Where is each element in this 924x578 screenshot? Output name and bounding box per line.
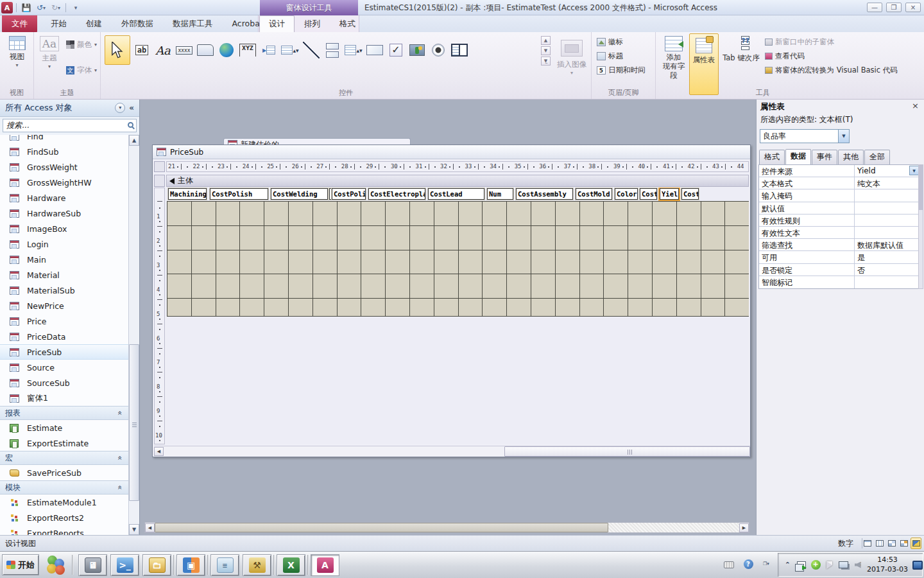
field-textbox-CostLead[interactable]: CostLead: [428, 188, 484, 200]
image-control[interactable]: [407, 35, 427, 65]
prop-row-筛选查找[interactable]: 筛选查找数据库默认值: [759, 239, 920, 251]
prop-value[interactable]: 纯文本: [855, 177, 920, 189]
close-button[interactable]: ×: [905, 3, 921, 12]
property-tab-事件[interactable]: 事件: [812, 150, 837, 164]
design-view-button[interactable]: [911, 538, 921, 549]
date-time-button[interactable]: 5 日期和时间: [597, 66, 646, 75]
field-textbox-Color[interactable]: Color: [615, 188, 638, 200]
field-textbox-CostMold[interactable]: CostMold: [576, 188, 612, 200]
nav-item-Main[interactable]: Main: [0, 252, 128, 267]
tab-设计[interactable]: 设计: [259, 15, 295, 32]
tab-order-button[interactable]: Tab 键次序: [721, 32, 761, 63]
themes-button[interactable]: Aa 主题 ▾: [37, 32, 62, 69]
nav-item-Source[interactable]: Source: [0, 360, 128, 375]
scroll-down-icon[interactable]: ▼: [129, 524, 139, 535]
property-tab-全部[interactable]: 全部: [864, 150, 890, 164]
taskbar-file-explorer[interactable]: 🗀: [142, 554, 171, 576]
label-control[interactable]: Aa: [153, 35, 173, 65]
section-selector-box[interactable]: [154, 175, 165, 187]
safety-tray-icon[interactable]: +: [811, 560, 821, 570]
property-sheet-button[interactable]: 属性表: [689, 33, 719, 95]
unbound-object-frame-control[interactable]: XYZ: [238, 35, 257, 65]
nav-menu-icon[interactable]: ▾: [115, 103, 125, 113]
prop-value[interactable]: 数据库默认值: [855, 239, 920, 250]
nav-item-GrossWeight[interactable]: GrossWeight: [0, 159, 128, 175]
taskbar-notepad[interactable]: ≡: [210, 554, 239, 576]
collapse-chevron-icon[interactable]: «: [115, 485, 124, 489]
form-hscroll-thumb[interactable]: [504, 446, 750, 457]
prop-value[interactable]: [855, 227, 920, 238]
tab-文件[interactable]: 文件: [2, 15, 37, 32]
subform-new-window-button[interactable]: 新窗口中的子窗体: [765, 37, 834, 47]
nav-item-SourceSub[interactable]: SourceSub: [0, 375, 128, 390]
prop-dropdown-icon[interactable]: ▼: [909, 166, 919, 175]
form-horizontal-scrollbar[interactable]: ◀: [154, 446, 750, 456]
nav-item-ExportEstimate[interactable]: ExportEstimate: [0, 435, 128, 451]
design-grid[interactable]: [167, 201, 749, 317]
prop-value[interactable]: Yield▼: [855, 165, 920, 177]
nav-item-MaterialSub[interactable]: MaterialSub: [0, 283, 128, 298]
tab-排列[interactable]: 排列: [295, 15, 330, 32]
nav-section-报表[interactable]: 报表«: [0, 406, 128, 420]
horizontal-ruler[interactable]: 2122232425262728293031323334353637383940…: [166, 161, 749, 172]
help-tray-icon[interactable]: ?: [743, 559, 753, 569]
property-tab-其他[interactable]: 其他: [838, 150, 864, 164]
field-textbox-Machining[interactable]: Machining: [168, 188, 207, 200]
nav-item-ExportReports[interactable]: ExportReports: [0, 525, 128, 535]
quick-launch-icon[interactable]: [46, 555, 67, 575]
option-button-control[interactable]: [429, 35, 448, 65]
action-center-flag-icon[interactable]: [825, 560, 835, 570]
tab-外部数据[interactable]: 外部数据: [112, 15, 163, 32]
taskbar-db-utility[interactable]: ⚒: [243, 554, 271, 576]
nav-item-PriceSub[interactable]: PriceSub: [0, 344, 128, 360]
nav-item-EstimateModule1[interactable]: EstimateModule1: [0, 495, 128, 510]
collapse-chevron-icon[interactable]: «: [115, 410, 124, 415]
nav-item-NewPrice[interactable]: NewPrice: [0, 298, 128, 313]
subform-control[interactable]: [450, 35, 469, 65]
nav-item-SavePriceSub[interactable]: SavePriceSub: [0, 465, 128, 480]
page-break-control[interactable]: [323, 35, 342, 65]
show-desktop-icon[interactable]: [912, 560, 923, 570]
network-tray-icon[interactable]: [839, 560, 848, 570]
prop-row-可用[interactable]: 可用是: [759, 251, 920, 263]
rectangle-control[interactable]: [365, 35, 384, 65]
field-textbox-Cost[interactable]: Cost: [640, 188, 657, 200]
collapse-chevron-icon[interactable]: «: [115, 455, 124, 460]
taskbar-vmware[interactable]: ▣: [176, 554, 205, 576]
field-textbox-CostElectropla[interactable]: CostElectropla: [368, 188, 425, 200]
nav-item-Estimate[interactable]: Estimate: [0, 420, 128, 435]
scroll-left-icon[interactable]: ◀: [154, 447, 164, 456]
property-scrollbar[interactable]: [918, 164, 923, 289]
undo-button[interactable]: ↺▾: [35, 2, 47, 13]
cascade-tray-icon[interactable]: [797, 560, 807, 570]
nav-item-PriceData[interactable]: PriceData: [0, 329, 128, 344]
nav-item-Material[interactable]: Material: [0, 267, 128, 283]
nav-item-ExportReorts2[interactable]: ExportReorts2: [0, 510, 128, 525]
nav-section-宏[interactable]: 宏«: [0, 451, 128, 465]
theme-fonts-button[interactable]: 文 字体 ▾: [66, 66, 97, 75]
view-button[interactable]: 视图 ▾: [0, 32, 34, 67]
nav-item-Login[interactable]: Login: [0, 236, 128, 252]
access-app-icon[interactable]: A: [1, 2, 13, 13]
view-code-button[interactable]: 查看代码: [765, 51, 805, 61]
pivotchart-view-button[interactable]: [898, 538, 909, 549]
field-textbox-CostPolis[interactable]: CostPolis: [332, 188, 366, 200]
nav-scrollbar[interactable]: ▲ ▼: [128, 135, 139, 535]
nav-item-GrossWeightHW[interactable]: GrossWeightHW: [0, 175, 128, 190]
logo-button[interactable]: 徽标: [597, 37, 623, 47]
field-textbox-Cost[interactable]: Cost: [681, 188, 699, 200]
controls-scroll-up[interactable]: ▲: [541, 36, 551, 45]
save-button[interactable]: 💾: [20, 2, 33, 13]
controls-more[interactable]: ▼̲: [541, 57, 551, 66]
customize-qat-button[interactable]: ▾: [69, 2, 82, 13]
controls-scroll-down[interactable]: ▼: [541, 46, 551, 55]
minimize-button[interactable]: —: [867, 3, 882, 12]
taskbar-system-tools[interactable]: 🖥: [78, 554, 107, 576]
property-tab-格式[interactable]: 格式: [759, 150, 785, 164]
property-tab-数据[interactable]: 数据: [785, 149, 811, 164]
volume-muted-icon[interactable]: [853, 560, 862, 570]
nav-item-Find[interactable]: Find: [0, 135, 128, 144]
nav-item-窗体1[interactable]: 窗体1: [0, 390, 128, 406]
prop-row-是否锁定[interactable]: 是否锁定否: [759, 264, 920, 276]
form-window-titlebar[interactable]: PriceSub: [153, 145, 750, 159]
